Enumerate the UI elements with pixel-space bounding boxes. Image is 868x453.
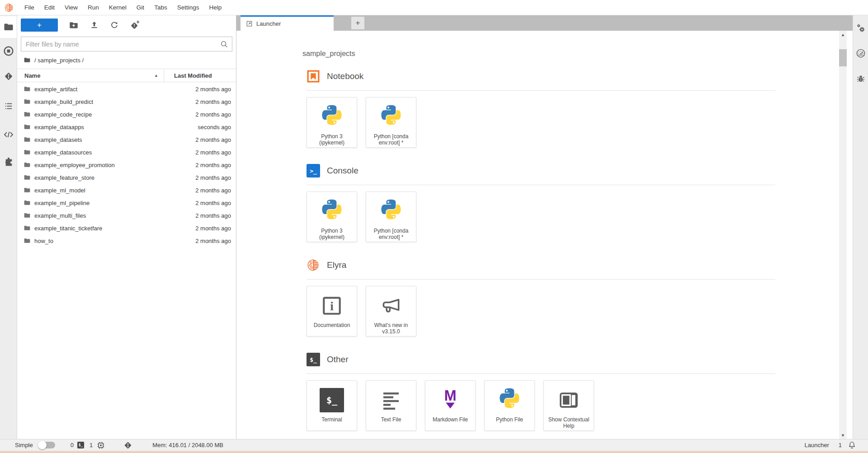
file-modified: 2 months ago xyxy=(164,136,236,143)
section-head: $_Other xyxy=(307,353,853,366)
sidebar-tab-list[interactable] xyxy=(0,95,17,117)
workspace: + / sample_projects / Name ▲ Last Modifi… xyxy=(0,15,868,439)
sidebar-tab-code[interactable] xyxy=(0,124,17,145)
kernel-chip-icon[interactable] xyxy=(96,441,105,450)
launcher-card[interactable]: Python File xyxy=(484,380,535,431)
file-row[interactable]: example_feature_store 2 months ago xyxy=(17,171,236,184)
file-list: example_artifact 2 months ago example_bu… xyxy=(17,82,236,439)
file-row[interactable]: example_employee_promotion 2 months ago xyxy=(17,159,236,171)
launcher-section-notebook: Notebook Python 3 (ipykernel) Python [co… xyxy=(302,70,853,148)
sidebar-tab-running-kernels[interactable] xyxy=(0,40,17,62)
tab-launcher[interactable]: Launcher xyxy=(241,15,334,31)
simple-mode-toggle[interactable] xyxy=(38,442,55,448)
left-activity-bar xyxy=(0,15,17,439)
card-row: Python 3 (ipykernel) Python [conda env:r… xyxy=(307,191,853,242)
file-row[interactable]: example_artifact 2 months ago xyxy=(17,83,236,95)
file-modified: 2 months ago xyxy=(164,111,236,118)
file-row[interactable]: example_build_predict 2 months ago xyxy=(17,95,236,108)
card-label: Documentation xyxy=(311,322,353,328)
menu-file[interactable]: File xyxy=(19,0,39,15)
launcher-card[interactable]: Python [conda env:root] * xyxy=(366,97,416,148)
megaphone-icon xyxy=(380,293,402,318)
upload-button[interactable] xyxy=(90,20,99,30)
menu-kernel[interactable]: Kernel xyxy=(104,0,132,15)
scroll-up-icon[interactable]: ▲ xyxy=(839,31,847,38)
launcher-sections: Notebook Python 3 (ipykernel) Python [co… xyxy=(302,70,853,431)
bug-icon xyxy=(856,74,865,83)
new-folder-button[interactable] xyxy=(69,20,79,30)
right-tab-gears[interactable] xyxy=(853,15,868,41)
file-modified: 2 months ago xyxy=(164,200,236,206)
right-activity-bar xyxy=(853,15,868,439)
breadcrumb[interactable]: / sample_projects / xyxy=(17,51,236,67)
terminal-status-icon[interactable]: $_ xyxy=(77,442,84,448)
filter-box xyxy=(21,37,232,51)
file-modified: 2 months ago xyxy=(164,98,236,105)
file-name: example_code_recipe xyxy=(34,111,92,118)
running-kernels-icon xyxy=(3,46,14,56)
menu-help[interactable]: Help xyxy=(204,0,226,15)
vertical-scrollbar[interactable]: ▲ ▼ xyxy=(839,31,847,439)
card-label: Text File xyxy=(379,416,404,423)
new-launcher-button[interactable]: + xyxy=(21,19,58,32)
menu-run[interactable]: Run xyxy=(83,0,104,15)
section-label: Other xyxy=(327,355,349,364)
file-browser-toolbar: + xyxy=(17,15,236,34)
right-tab-gauge[interactable] xyxy=(853,41,868,66)
file-modified: 2 months ago xyxy=(164,174,236,181)
sidebar-tab-puzzle[interactable] xyxy=(0,151,17,173)
file-row[interactable]: example_titanic_ticketfare 2 months ago xyxy=(17,222,236,234)
file-name: example_datasets xyxy=(34,136,82,143)
file-name: example_titanic_ticketfare xyxy=(34,225,102,232)
search-icon xyxy=(220,40,228,48)
launcher-card[interactable]: What's new in v3.15.0 xyxy=(366,286,416,336)
menu-view[interactable]: View xyxy=(60,0,83,15)
section-divider xyxy=(307,90,775,91)
bell-icon[interactable] xyxy=(848,441,856,449)
file-row[interactable]: how_to 2 months ago xyxy=(17,234,236,247)
launcher-card[interactable]: Python [conda env:root] * xyxy=(366,191,416,242)
file-row[interactable]: example_ml_model 2 months ago xyxy=(17,184,236,196)
column-header-name[interactable]: Name ▲ xyxy=(17,69,164,82)
new-folder-icon xyxy=(69,20,79,30)
file-row[interactable]: example_code_recipe 2 months ago xyxy=(17,108,236,121)
git-status-icon[interactable] xyxy=(123,441,132,450)
sidebar-tab-folder[interactable] xyxy=(0,16,17,38)
file-row[interactable]: example_ml_pipeline 2 months ago xyxy=(17,196,236,209)
menu-settings[interactable]: Settings xyxy=(172,0,204,15)
filter-files-input[interactable] xyxy=(21,37,232,51)
column-header-modified[interactable]: Last Modified xyxy=(164,72,236,79)
right-tab-bug[interactable] xyxy=(853,66,868,91)
launcher-card[interactable]: i Documentation xyxy=(307,286,357,336)
menu-edit[interactable]: Edit xyxy=(39,0,60,15)
sidebar-tab-git[interactable] xyxy=(0,65,17,87)
launcher-card[interactable]: Python 3 (ipykernel) xyxy=(307,191,357,242)
launcher-card[interactable]: Show Contextual Help xyxy=(543,380,594,431)
launcher-content: sample_projects Notebook Python 3 (ipyke… xyxy=(236,31,853,431)
add-tab-button[interactable]: + xyxy=(351,17,364,29)
launcher-icon xyxy=(246,20,253,27)
launcher-card[interactable]: Python 3 (ipykernel) xyxy=(307,97,357,148)
file-row[interactable]: example_multi_files 2 months ago xyxy=(17,209,236,222)
launcher-card[interactable]: $_ Terminal xyxy=(307,380,357,431)
launcher-section-other: $_Other $_ Terminal Text File M Markdown… xyxy=(302,353,853,431)
menu-git[interactable]: Git xyxy=(132,0,149,15)
git-clone-button[interactable] xyxy=(130,20,140,30)
git-clone-icon xyxy=(130,20,140,30)
refresh-button[interactable] xyxy=(110,20,119,30)
simple-mode-label: Simple xyxy=(15,442,33,448)
folder-small-icon xyxy=(24,149,31,156)
notification-count: 1 xyxy=(839,442,842,448)
file-row[interactable]: example_dataapps seconds ago xyxy=(17,121,236,133)
launcher-card[interactable]: Text File xyxy=(366,380,416,431)
file-row[interactable]: example_datasources 2 months ago xyxy=(17,146,236,159)
menu-tabs[interactable]: Tabs xyxy=(149,0,172,15)
scroll-down-icon[interactable]: ▼ xyxy=(839,431,847,439)
folder-small-icon xyxy=(24,111,31,118)
launcher-card[interactable]: M Markdown File xyxy=(425,380,476,431)
card-label: What's new in v3.15.0 xyxy=(366,322,416,335)
scrollbar-thumb[interactable] xyxy=(839,49,847,66)
file-modified: 2 months ago xyxy=(164,225,236,232)
memory-usage: Mem: 416.01 / 2048.00 MB xyxy=(152,442,223,448)
file-row[interactable]: example_datasets 2 months ago xyxy=(17,133,236,146)
